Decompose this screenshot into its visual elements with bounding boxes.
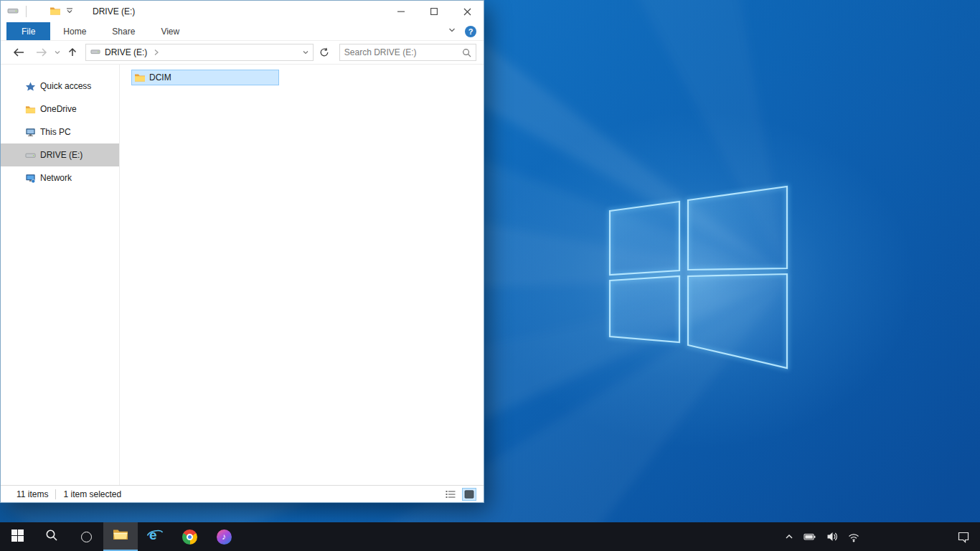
network-icon [24,173,36,184]
itunes-icon: ♪ [217,529,232,545]
volume-icon[interactable] [826,531,838,542]
quick-access-toolbar [7,5,74,19]
qat-customize-chevron-icon[interactable] [65,6,74,17]
recent-locations-chevron-icon[interactable] [54,49,61,56]
folder-icon [24,104,36,115]
window-title: DRIVE (E:) [93,6,135,17]
search-box [339,44,476,61]
system-tray [785,522,980,551]
sidebar-item-label: This PC [40,127,71,137]
hidden-icons-chevron-icon[interactable] [785,533,793,540]
file-name: DCIM [149,72,171,83]
taskbar-search-button[interactable] [34,522,69,551]
search-icon[interactable] [462,48,471,57]
drive-icon [24,150,36,161]
sidebar-item-quick-access[interactable]: Quick access [1,75,119,98]
ribbon-tab-strip: File Home Share View ? [1,22,484,41]
star-icon [24,81,36,92]
qat-separator [26,6,27,17]
qat-folder-icon[interactable] [50,5,61,19]
search-icon [45,529,58,545]
selection-count: 1 item selected [63,489,121,499]
sidebar-item-this-pc[interactable]: This PC [1,121,119,143]
up-button[interactable] [67,47,78,58]
breadcrumb-chevron-icon[interactable] [154,49,159,56]
sidebar-item-label: Network [40,173,72,183]
help-icon[interactable]: ? [465,26,476,37]
file-item-dcim[interactable]: DCIM [131,70,279,85]
search-input[interactable] [340,47,462,57]
address-drive-icon [90,47,100,59]
file-explorer-icon [113,528,128,544]
chrome-button[interactable] [172,522,207,551]
titlebar[interactable]: DRIVE (E:) [1,1,484,22]
forward-button[interactable] [35,47,48,58]
back-button[interactable] [12,47,25,58]
folder-icon [134,72,146,83]
internet-explorer-icon: e [146,527,164,547]
desktop: DRIVE (E:) File Home Share View [0,0,980,551]
status-bar: 11 items 1 item selected [1,485,484,502]
tab-view[interactable]: View [148,22,192,40]
expand-ribbon-chevron-icon[interactable] [448,26,456,37]
start-button[interactable] [0,522,34,551]
refresh-button[interactable] [319,47,329,57]
details-view-button[interactable] [443,488,458,501]
sidebar-item-onedrive[interactable]: OneDrive [1,98,119,121]
action-center-icon[interactable] [957,531,970,543]
navigation-bar: DRIVE (E:) [1,41,484,65]
window-drive-icon [7,5,19,19]
minimize-button[interactable] [385,1,418,22]
svg-text:e: e [149,527,157,542]
status-separator [55,489,56,499]
address-bar[interactable]: DRIVE (E:) [85,44,314,61]
large-icons-view-button[interactable] [462,488,476,501]
pc-icon [24,127,36,138]
address-dropdown-chevron-icon[interactable] [302,49,309,56]
battery-icon[interactable] [804,532,816,542]
tab-file[interactable]: File [6,22,50,40]
taskbar: e ♪ [0,522,980,551]
itunes-button[interactable]: ♪ [207,522,241,551]
address-segment[interactable]: DRIVE (E:) [105,47,147,57]
navigation-pane: Quick access OneDrive This PC [1,65,119,485]
sidebar-item-drive-e[interactable]: DRIVE (E:) [1,143,119,166]
sidebar-item-network[interactable]: Network [1,166,119,189]
tab-home[interactable]: Home [50,22,99,40]
cortana-icon [81,532,92,542]
network-wifi-icon[interactable] [848,532,859,542]
sidebar-item-label: DRIVE (E:) [40,150,83,160]
tab-share[interactable]: Share [99,22,148,40]
maximize-button[interactable] [418,1,451,22]
sidebar-item-label: Quick access [40,81,91,91]
caption-buttons [385,1,484,22]
close-button[interactable] [451,1,484,22]
items-count: 11 items [17,489,48,499]
chrome-icon [182,529,197,545]
windows-logo-icon [11,529,24,545]
file-list-pane[interactable]: DCIM [119,65,484,485]
sidebar-item-label: OneDrive [40,104,77,114]
internet-explorer-button[interactable]: e [138,522,172,551]
cortana-button[interactable] [69,522,103,551]
file-explorer-window: DRIVE (E:) File Home Share View [0,0,484,503]
taskbar-file-explorer-button[interactable] [103,522,138,551]
